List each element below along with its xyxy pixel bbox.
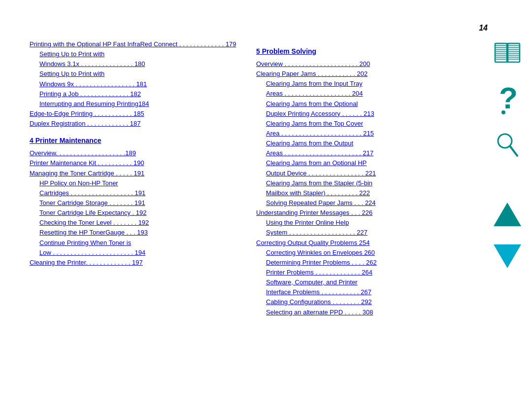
- left-column: Printing with the Optional HP Fast Infra…: [30, 39, 236, 317]
- toc-link-setup-9x[interactable]: Setting Up to Print withWindows 9x . . .…: [30, 69, 236, 89]
- toc-link-clearing-optional-hp[interactable]: Clearing Jams from an Optional HPOutput …: [256, 158, 463, 178]
- toc-link-duplex-reg[interactable]: Duplex Registration . . . . . . . . . . …: [30, 119, 236, 129]
- svg-marker-24: [494, 203, 521, 226]
- toc-link-clearing-top-cover[interactable]: Clearing Jams from the Top CoverArea . .…: [256, 119, 463, 138]
- toc-link-printing-job[interactable]: Printing a Job . . . . . . . . . . . . .…: [30, 89, 236, 99]
- navigate-down-button[interactable]: [493, 243, 522, 271]
- toc-link-continue-printing[interactable]: Continue Printing When Toner isLow . . .…: [30, 238, 236, 258]
- toc-link-clearing-paper-jams[interactable]: Clearing Paper Jams . . . . . . . . . . …: [256, 69, 463, 79]
- toc-link-understanding-messages[interactable]: Understanding Printer Messages . . . 226: [256, 208, 463, 218]
- toc-link-edge-to-edge[interactable]: Edge-to-Edge Printing . . . . . . . . . …: [30, 109, 236, 119]
- toc-link-infrared[interactable]: Printing with the Optional HP Fast Infra…: [30, 39, 236, 49]
- toc-link-overview-200[interactable]: Overview . . . . . . . . . . . . . . . .…: [256, 59, 463, 69]
- toc-link-toner-life[interactable]: Toner Cartridge Life Expectancy . 192: [30, 208, 236, 218]
- section-heading-problem-solving[interactable]: 5 Problem Solving: [256, 47, 463, 55]
- page-number: 14: [479, 24, 488, 33]
- toc-link-correcting-wrinkles[interactable]: Correcting Wrinkles on Envelopes 260: [256, 248, 463, 258]
- toc-link-clearing-output[interactable]: Clearing Jams from the OutputAreas . . .…: [256, 138, 463, 158]
- toc-link-clearing-duplex[interactable]: Clearing Jams from the OptionalDuplex Pr…: [256, 99, 463, 119]
- toc-link-managing-toner[interactable]: Managing the Toner Cartridge . . . . . 1…: [30, 169, 236, 178]
- toc-link-alternate-ppd[interactable]: Selecting an alternate PPD . . . . . 308: [256, 308, 463, 317]
- toc-link-determining-problems[interactable]: Determining Printer Problems . . . . 262: [256, 258, 463, 268]
- toc-group-problem-solving: Overview . . . . . . . . . . . . . . . .…: [256, 59, 463, 317]
- toc-link-online-help[interactable]: Using the Printer Online HelpSystem . . …: [256, 218, 463, 238]
- toc-link-checking-toner[interactable]: Checking the Toner Level . . . . . . . 1…: [30, 218, 236, 228]
- toc-link-clearing-stapler[interactable]: Clearing Jams from the Stapler (5-binMai…: [256, 178, 463, 198]
- sidebar-icons: ?: [493, 39, 522, 271]
- toc-link-printer-problems[interactable]: Printer Problems . . . . . . . . . . . .…: [256, 268, 463, 277]
- toc-link-resetting-toner[interactable]: Resetting the HP TonerGauge . . . 193: [30, 228, 236, 238]
- toc-link-correcting-output[interactable]: Correcting Output Quality Problems 254: [256, 238, 463, 248]
- toc-link-interrupting[interactable]: Interrupting and Resuming Printing184: [30, 99, 236, 109]
- svg-line-23: [510, 146, 517, 156]
- book-icon[interactable]: [493, 39, 522, 68]
- toc-link-solving-repeated[interactable]: Solving Repeated Paper Jams . . . 224: [256, 198, 463, 208]
- svg-marker-25: [494, 244, 521, 268]
- magnifier-icon[interactable]: [495, 131, 520, 162]
- section-heading-printer-maintenance[interactable]: 4 Printer Maintenance: [30, 137, 236, 144]
- toc-link-software-problems[interactable]: Software, Computer, and PrinterInterface…: [256, 277, 463, 297]
- toc-group-infrared: Printing with the Optional HP Fast Infra…: [30, 39, 236, 129]
- toc-link-hp-policy[interactable]: HP Policy on Non-HP TonerCartridges . . …: [30, 178, 236, 198]
- toc-link-clearing-input-tray[interactable]: Clearing Jams from the Input TrayAreas .…: [256, 79, 463, 99]
- toc-link-cabling[interactable]: Cabling Configurations . . . . . . . . 2…: [256, 297, 463, 307]
- toc-link-maintenance-kit[interactable]: Printer Maintenance Kit . . . . . . . . …: [30, 158, 236, 168]
- toc-link-toner-storage[interactable]: Toner Cartridge Storage . . . . . . . 19…: [30, 198, 236, 208]
- toc-link-setup-31x[interactable]: Setting Up to Print withWindows 3.1x . .…: [30, 49, 236, 69]
- question-icon[interactable]: ?: [497, 83, 519, 116]
- toc-link-cleaning-printer[interactable]: Cleaning the Printer. . . . . . . . . . …: [30, 258, 236, 268]
- svg-point-21: [501, 110, 505, 114]
- toc-link-overview-189[interactable]: Overview. . . . . . . . . . . . . . . . …: [30, 148, 236, 158]
- toc-group-printer-maintenance: Overview. . . . . . . . . . . . . . . . …: [30, 148, 236, 268]
- right-column: 5 Problem Solving Overview . . . . . . .…: [256, 39, 463, 317]
- navigate-up-button[interactable]: [493, 202, 522, 229]
- svg-text:?: ?: [499, 83, 518, 115]
